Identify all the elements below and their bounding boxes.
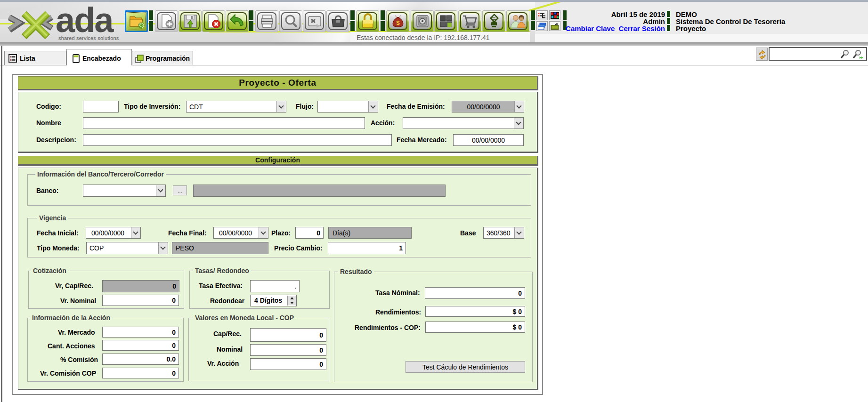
svg-text:ada: ada xyxy=(56,2,114,40)
svg-text:$: $ xyxy=(396,19,400,26)
svg-text:shared services solutions: shared services solutions xyxy=(58,35,119,41)
